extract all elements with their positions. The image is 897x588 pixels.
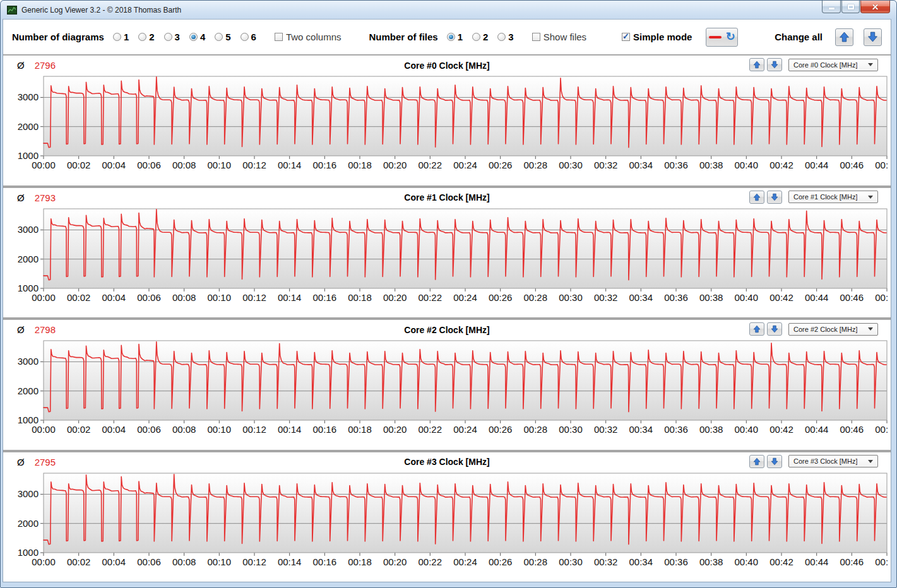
- maximize-button[interactable]: [841, 1, 860, 13]
- svg-text:00:28: 00:28: [524, 556, 548, 567]
- diagrams-radio-5[interactable]: 5: [215, 32, 230, 42]
- move-chart-up-button[interactable]: [749, 455, 764, 468]
- chart-plot[interactable]: 10002000300000:0000:0200:0400:0600:0800:…: [4, 75, 888, 171]
- close-button[interactable]: [860, 1, 890, 13]
- move-chart-up-button[interactable]: [749, 191, 764, 204]
- average-symbol: Ø: [17, 457, 25, 467]
- move-chart-up-button[interactable]: [749, 322, 764, 336]
- svg-text:00:20: 00:20: [383, 424, 407, 435]
- chart-controls: Core #1 Clock [MHz]: [747, 191, 878, 204]
- svg-text:00:06: 00:06: [137, 160, 161, 170]
- svg-text:00:44: 00:44: [805, 424, 829, 435]
- svg-text:00:02: 00:02: [67, 292, 91, 303]
- chart-source-select[interactable]: Core #1 Clock [MHz]: [788, 191, 878, 203]
- chart-plot[interactable]: 10002000300000:0000:0200:0400:0600:0800:…: [4, 472, 888, 568]
- show-files-checkbox[interactable]: Show files: [532, 32, 586, 42]
- svg-text:00:38: 00:38: [699, 160, 723, 170]
- radio-icon: [497, 33, 506, 41]
- svg-text:00:36: 00:36: [664, 292, 688, 303]
- svg-text:00:12: 00:12: [242, 292, 266, 303]
- files-radio-1[interactable]: 1: [447, 32, 463, 42]
- radio-icon: [447, 33, 455, 41]
- svg-text:00:26: 00:26: [489, 160, 513, 170]
- svg-text:00:08: 00:08: [172, 292, 196, 303]
- svg-text:00:36: 00:36: [664, 556, 688, 567]
- move-chart-down-button[interactable]: [767, 58, 782, 71]
- arrow-up-icon: [753, 193, 761, 201]
- svg-text:00:04: 00:04: [102, 292, 126, 303]
- svg-text:00:02: 00:02: [67, 160, 91, 170]
- svg-text:00:30: 00:30: [559, 424, 583, 435]
- simple-mode-label: Simple mode: [633, 32, 692, 42]
- chart-source-select[interactable]: Core #0 Clock [MHz]: [788, 59, 878, 71]
- files-radio-3[interactable]: 3: [497, 32, 513, 42]
- arrow-down-icon: [771, 61, 778, 69]
- svg-text:00:34: 00:34: [629, 160, 653, 170]
- svg-text:00:22: 00:22: [419, 292, 443, 303]
- diagrams-radio-3[interactable]: 3: [164, 32, 180, 42]
- diagrams-radio-1[interactable]: 1: [113, 32, 129, 42]
- diagrams-radio-6[interactable]: 6: [241, 32, 256, 42]
- svg-text:00:08: 00:08: [172, 424, 196, 435]
- svg-text:00:48: 00:48: [875, 424, 888, 435]
- two-columns-label: Two columns: [286, 32, 342, 42]
- svg-text:00:24: 00:24: [453, 424, 477, 435]
- chart-plot[interactable]: 10002000300000:0000:0200:0400:0600:0800:…: [4, 208, 888, 303]
- two-columns-checkbox[interactable]: Two columns: [275, 32, 342, 42]
- chart-header: Ø 2796 Core #0 Clock [MHz] Core #0 Clock…: [3, 56, 891, 75]
- svg-text:00:40: 00:40: [735, 292, 759, 303]
- svg-text:2000: 2000: [18, 517, 39, 528]
- chart-panel: Ø 2793 Core #1 Clock [MHz] Core #1 Clock…: [3, 185, 891, 318]
- diagrams-label: Number of diagrams: [12, 32, 104, 42]
- svg-text:00:34: 00:34: [629, 292, 653, 303]
- svg-text:3000: 3000: [18, 488, 39, 499]
- line-color-refresh-button[interactable]: ↻: [706, 28, 738, 47]
- svg-text:00:00: 00:00: [32, 292, 56, 303]
- chart-source-value: Core #1 Clock [MHz]: [793, 193, 857, 201]
- svg-text:00:18: 00:18: [348, 424, 372, 435]
- files-label: Number of files: [369, 32, 437, 42]
- titlebar[interactable]: Generic Log Viewer 3.2 - © 2018 Thomas B…: [1, 1, 896, 19]
- svg-text:00:48: 00:48: [875, 160, 888, 170]
- svg-text:00:36: 00:36: [664, 424, 688, 435]
- svg-text:00:10: 00:10: [208, 556, 232, 567]
- move-chart-up-button[interactable]: [749, 58, 764, 71]
- average-symbol: Ø: [17, 60, 25, 71]
- move-chart-down-button[interactable]: [767, 322, 782, 336]
- radio-label: 1: [124, 32, 129, 42]
- chart-source-select[interactable]: Core #2 Clock [MHz]: [788, 323, 878, 336]
- average-symbol: Ø: [17, 324, 25, 335]
- svg-text:00:32: 00:32: [594, 292, 618, 303]
- change-all-up-button[interactable]: [835, 28, 853, 46]
- arrow-down-icon: [771, 193, 778, 201]
- svg-text:00:12: 00:12: [242, 556, 266, 567]
- line-color-swatch: [709, 36, 722, 38]
- minimize-button[interactable]: [822, 1, 841, 13]
- svg-text:00:22: 00:22: [419, 160, 443, 170]
- files-radio-2[interactable]: 2: [472, 32, 488, 42]
- diagrams-radio-2[interactable]: 2: [138, 32, 154, 42]
- radio-icon: [241, 33, 249, 41]
- svg-text:00:44: 00:44: [805, 556, 829, 567]
- svg-text:00:18: 00:18: [348, 160, 372, 170]
- svg-text:00:10: 00:10: [208, 160, 232, 170]
- move-chart-down-button[interactable]: [767, 455, 782, 468]
- svg-text:00:16: 00:16: [313, 292, 337, 303]
- change-all-down-button[interactable]: [864, 28, 882, 46]
- chart-source-select[interactable]: Core #3 Clock [MHz]: [788, 455, 878, 467]
- chart-plot[interactable]: 10002000300000:0000:0200:0400:0600:0800:…: [4, 339, 888, 435]
- arrow-down-icon: [771, 325, 778, 333]
- svg-text:00:26: 00:26: [489, 424, 513, 435]
- chevron-down-icon: [868, 327, 873, 331]
- simple-mode-checkbox[interactable]: Simple mode: [622, 32, 692, 42]
- svg-text:00:02: 00:02: [67, 556, 91, 567]
- move-chart-down-button[interactable]: [767, 191, 782, 204]
- svg-text:00:34: 00:34: [629, 424, 653, 435]
- svg-text:00:24: 00:24: [453, 160, 477, 170]
- average-value: 2798: [35, 324, 56, 335]
- radio-label: 3: [508, 32, 513, 42]
- svg-text:00:48: 00:48: [875, 556, 888, 567]
- arrow-up-icon: [753, 325, 761, 333]
- content-area: Number of diagrams 1 2 3 4 5 6 Two colum…: [3, 19, 891, 582]
- diagrams-radio-4[interactable]: 4: [189, 32, 205, 42]
